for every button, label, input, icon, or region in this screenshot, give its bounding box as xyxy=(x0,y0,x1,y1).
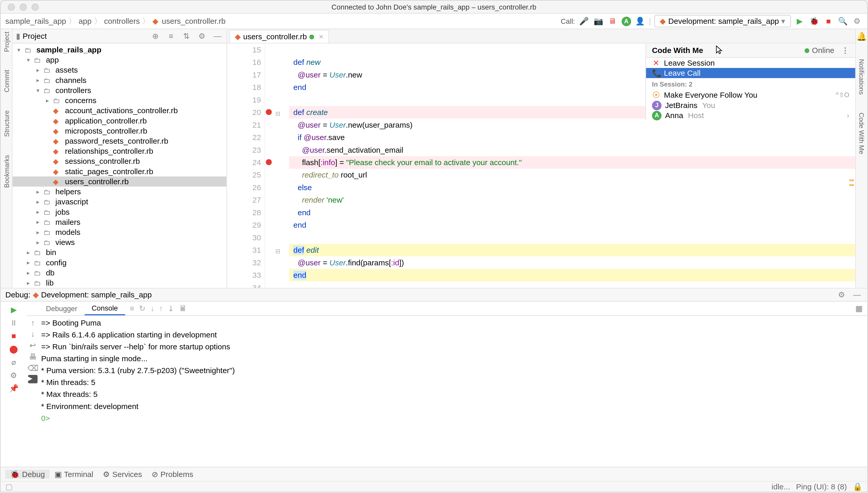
tree-item[interactable]: ▸🗀assets xyxy=(13,65,226,75)
scroll-up-icon[interactable]: ↑ xyxy=(31,318,35,327)
run-to-cursor-icon[interactable]: ⤓ xyxy=(168,304,174,313)
tree-item[interactable]: ▸🗀channels xyxy=(13,75,226,85)
layout-icon[interactable]: ▦ xyxy=(855,304,867,313)
tree-item[interactable]: ◆sessions_controller.rb xyxy=(13,156,226,166)
run-icon[interactable]: ▶ xyxy=(795,16,805,27)
run-config-selector[interactable]: ◆ Development: sample_rails_app ▾ xyxy=(655,15,791,27)
rerun-icon[interactable]: ↻ xyxy=(139,304,146,313)
stop-icon[interactable]: ■ xyxy=(823,16,834,27)
window-controls[interactable] xyxy=(1,3,39,10)
pin-icon[interactable]: 📌 xyxy=(8,383,19,393)
services-tool-tab[interactable]: ⚙Services xyxy=(98,470,147,479)
breadcrumb-segment[interactable]: app xyxy=(79,17,91,26)
settings-debug-icon[interactable]: ⚙ xyxy=(8,369,19,380)
debugger-tab[interactable]: Debugger xyxy=(39,302,85,315)
debug-console[interactable]: => Booting Puma=> Rails 6.1.4.6 applicat… xyxy=(39,316,867,467)
rail-tab-notifications[interactable]: Notifications xyxy=(858,59,865,94)
debug-hide-icon[interactable]: — xyxy=(852,290,863,300)
tree-item[interactable]: ▸🗀models xyxy=(13,227,226,237)
rail-tab-structure[interactable]: Structure xyxy=(3,110,10,137)
tree-item[interactable]: ▾🗀controllers xyxy=(13,85,226,95)
step-into-icon[interactable]: ↓ xyxy=(150,304,154,313)
cam-off-icon[interactable]: 📷 xyxy=(593,16,604,27)
rail-tab-bookmarks[interactable]: Bookmarks xyxy=(3,155,10,188)
rail-tab-code-with-me[interactable]: Code With Me xyxy=(858,113,865,154)
leave-call-item[interactable]: 📞 Leave Call xyxy=(646,68,855,78)
add-user-icon[interactable]: 👤 xyxy=(635,16,646,27)
tree-item[interactable]: ▸🗀views xyxy=(13,237,226,247)
expand-icon[interactable]: ≡ xyxy=(166,31,176,42)
tree-item[interactable]: ◆account_activations_controller.rb xyxy=(13,105,226,115)
maximize-window-icon[interactable] xyxy=(31,3,39,10)
settings-icon[interactable]: ⚙ xyxy=(852,16,863,27)
debug-icon[interactable]: 🐞 xyxy=(809,16,820,27)
avatar-anna-icon[interactable]: A xyxy=(622,16,631,26)
cursor-icon xyxy=(715,45,724,55)
tree-item[interactable]: ▸🗀config xyxy=(13,258,226,268)
console-toggle-icon[interactable]: ▶ xyxy=(28,375,38,383)
pause-icon[interactable]: ⏸ xyxy=(8,317,19,328)
tree-item[interactable]: ▾🗀sample_rails_app xyxy=(13,45,226,55)
tree-item[interactable]: ▸🗀jobs xyxy=(13,207,226,217)
breadcrumb-segment[interactable]: controllers xyxy=(104,17,140,26)
breadcrumb-segment[interactable]: sample_rails_app xyxy=(5,17,66,26)
run-config-label: Development: sample_rails_app xyxy=(668,17,779,26)
close-window-icon[interactable] xyxy=(8,3,15,10)
breadcrumb-segment[interactable]: users_controller.rb xyxy=(162,17,226,26)
follow-you-item[interactable]: ⦿ Make Everyone Follow You ^⇧O xyxy=(646,90,855,100)
problems-tool-tab[interactable]: ⊘Problems xyxy=(147,470,198,479)
tree-item[interactable]: ◆users_controller.rb xyxy=(13,176,226,187)
debug-tool-tab[interactable]: 🐞Debug xyxy=(5,470,50,479)
call-label: Call: xyxy=(561,17,575,25)
collapse-icon[interactable]: ⇅ xyxy=(181,31,192,42)
rail-tab-project[interactable]: Project xyxy=(3,31,10,52)
rail-tab-commit[interactable]: Commit xyxy=(3,70,10,92)
clear-icon[interactable]: ⌫ xyxy=(27,364,38,372)
participant-item[interactable]: JJetBrainsYou xyxy=(646,100,855,110)
tree-item[interactable]: ▸🗀javascript xyxy=(13,197,226,207)
tree-item[interactable]: ▸🗀mailers xyxy=(13,217,226,227)
tree-item[interactable]: ▸🗀helpers xyxy=(13,187,226,197)
tree-item[interactable]: ◆password_resets_controller.rb xyxy=(13,136,226,146)
step-over-icon[interactable]: ≡ xyxy=(130,304,134,313)
tree-item[interactable]: ▸🗀lib xyxy=(13,278,226,288)
print-icon[interactable]: 🖶 xyxy=(29,352,37,361)
tree-item[interactable]: ◆application_controller.rb xyxy=(13,116,226,126)
panel-settings-icon[interactable]: ⚙ xyxy=(197,31,208,42)
breadcrumb[interactable]: sample_rails_app〉app〉controllers〉◆users_… xyxy=(5,16,226,27)
close-tab-icon[interactable]: × xyxy=(319,32,323,41)
tree-item[interactable]: ◆relationships_controller.rb xyxy=(13,146,226,156)
soft-wrap-icon[interactable]: ↩ xyxy=(29,341,36,350)
resume-icon[interactable]: ▶ xyxy=(8,304,19,315)
participant-item[interactable]: AAnnaHost› xyxy=(646,110,855,121)
screen-off-icon[interactable]: 🖥 xyxy=(607,16,618,27)
step-out-icon[interactable]: ↑ xyxy=(159,304,163,313)
console-tab[interactable]: Console xyxy=(85,302,125,315)
tree-item[interactable]: ▾🗀app xyxy=(13,55,226,65)
leave-session-item[interactable]: ✕ Leave Session xyxy=(646,58,855,68)
tree-item[interactable]: ▸🗀bin xyxy=(13,247,226,257)
notifications-bell-icon[interactable]: 🔔 xyxy=(856,31,866,41)
mic-off-icon[interactable]: 🎤 xyxy=(579,16,589,27)
project-panel-header[interactable]: ▮ Project ⊕ ≡ ⇅ ⚙ — xyxy=(13,29,226,43)
terminal-tool-tab[interactable]: ▣Terminal xyxy=(50,470,98,479)
scroll-down-icon[interactable]: ↓ xyxy=(31,330,35,339)
minimize-window-icon[interactable] xyxy=(20,3,27,10)
tree-item[interactable]: ◆microposts_controller.rb xyxy=(13,126,226,136)
breakpoints-icon[interactable]: ⬤ xyxy=(8,343,19,354)
evaluate-icon[interactable]: 🖩 xyxy=(179,304,187,313)
stop-debug-icon[interactable]: ■ xyxy=(8,330,19,341)
bottom-tool-tabs: 🐞Debug ▣Terminal ⚙Services ⊘Problems xyxy=(1,467,867,481)
editor-tab-users-controller[interactable]: ◆ users_controller.rb × xyxy=(230,30,329,43)
mute-bp-icon[interactable]: ⌀ xyxy=(8,357,19,367)
tree-item[interactable]: ▸🗀concerns xyxy=(13,95,226,105)
hide-panel-icon[interactable]: — xyxy=(212,31,223,42)
locate-icon[interactable]: ⊕ xyxy=(150,31,161,42)
lock-icon[interactable]: 🔒 xyxy=(853,482,862,491)
tree-item[interactable]: ▸🗀db xyxy=(13,268,226,278)
debug-settings-icon[interactable]: ⚙ xyxy=(836,290,847,300)
status-square-icon[interactable]: ▢ xyxy=(5,482,13,491)
search-icon[interactable]: 🔍 xyxy=(837,16,848,27)
tree-item[interactable]: ◆static_pages_controller.rb xyxy=(13,166,226,176)
cwm-menu-icon[interactable]: ⋮ xyxy=(841,46,849,55)
